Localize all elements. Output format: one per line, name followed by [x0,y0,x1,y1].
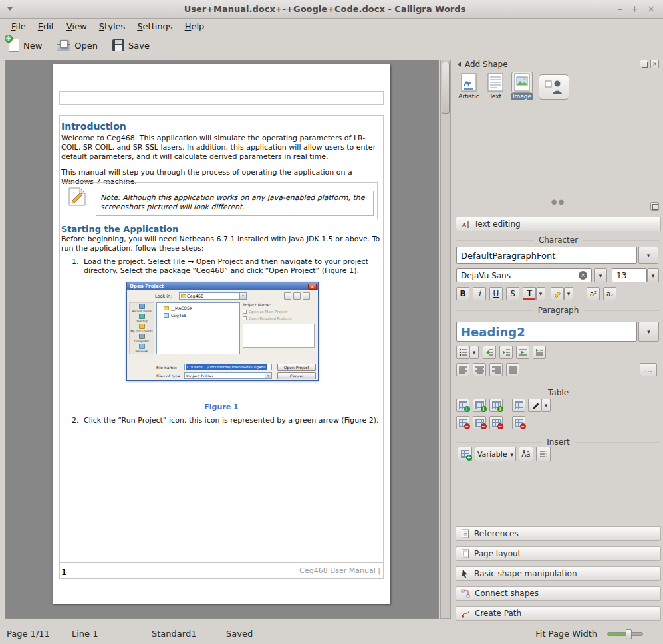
decrease-indent-button[interactable] [483,346,496,359]
merge-cells-button[interactable] [512,399,525,412]
superscript-button[interactable]: a² [587,287,600,300]
create-path-section-header[interactable]: Create Path [456,606,661,621]
menu-edit[interactable]: Edit [32,20,61,33]
float-docker-icon[interactable] [640,60,648,68]
highlight-button[interactable] [551,287,564,300]
insert-toc-button[interactable] [536,447,551,461]
font-size-dropdown-button[interactable] [647,268,659,282]
menu-styles[interactable]: Styles [93,20,131,33]
text-editing-section-header[interactable]: A Text editing [456,217,661,231]
page-layout-section-header[interactable]: Page layout [456,546,661,561]
menu-file[interactable]: File [5,20,32,33]
delete-column-button[interactable] [473,416,486,429]
save-state-indicator: Saved [226,629,253,639]
collapse-arrow-icon[interactable] [458,62,461,67]
align-justify-button[interactable] [506,363,519,376]
note-callout: Note: Although this application works on… [61,182,378,219]
zoom-mode-button[interactable]: Fit Page Width [535,629,597,639]
dialog-up-folder-icon [284,292,291,300]
character-style-combo[interactable]: DefaultParagraphFont [456,247,637,264]
underline-button[interactable]: U [489,287,503,300]
artistic-text-shape-button[interactable]: Artistic [456,72,481,104]
list-style-dropdown-button[interactable] [469,346,479,359]
docker-splitter-handle[interactable]: ●● [454,198,663,205]
step1-number: 1. [72,257,79,266]
insert-table-button[interactable] [458,447,472,461]
note-text: Note: Although this application works on… [96,191,374,216]
paragraph-style-dropdown-button[interactable] [638,322,659,342]
minimize-button[interactable]: – [618,3,622,15]
main-text-frame[interactable]: Introduction Welcome to Ceg468. This app… [59,115,384,562]
document-canvas[interactable]: Introduction Welcome to Ceg468. This app… [5,60,439,619]
zoom-slider[interactable] [607,632,643,636]
references-section-header[interactable]: References [456,526,661,541]
file-name-label: File name: [156,365,177,370]
main-toolbar: New Open Save [0,33,663,57]
cancel-button-image: Cancel [277,372,316,379]
bold-button[interactable]: B [456,287,469,300]
align-right-button[interactable] [489,363,503,376]
strikethrough-button[interactable]: S [506,287,519,300]
align-center-button[interactable] [473,363,486,376]
table-icon [492,401,501,409]
variable-button[interactable]: Variable [475,447,516,461]
align-justify-icon [509,366,517,374]
text-shape-button[interactable]: Text [483,72,508,104]
paragraph-spacing-button[interactable] [516,346,529,359]
vertical-scrollbar[interactable] [440,60,451,619]
image-shape-icon [511,72,533,93]
clear-font-icon[interactable] [579,271,587,280]
footer-frame[interactable]: Ceg468 User Manual | [59,562,384,579]
table-icon [459,419,467,427]
scrollbar-thumb[interactable] [442,62,450,114]
special-character-button[interactable]: Ââ [519,447,533,461]
paragraph-style-combo[interactable]: Heading2 [456,322,637,342]
drop-caps-button[interactable] [533,346,546,359]
save-button[interactable]: Save [109,38,153,53]
delete-row-button[interactable] [456,416,469,429]
open-button[interactable]: Open [53,39,101,53]
close-docker-icon[interactable] [650,60,659,68]
image-shape-button[interactable]: Image [509,72,535,104]
menu-help[interactable]: Help [179,20,211,33]
insert-column-left-button[interactable] [489,399,503,412]
maximize-button[interactable]: + [631,3,639,15]
text-color-dropdown-button[interactable] [536,287,545,300]
add-shape-header[interactable]: Add Shape [458,60,508,69]
font-family-dropdown-button[interactable] [594,268,607,282]
border-pen-dropdown-button[interactable] [541,399,551,412]
delete-table-button[interactable] [489,416,503,429]
insert-row-below-button[interactable] [473,399,486,412]
dialog-title: Open Project [128,284,308,289]
font-family-combo[interactable]: DejaVu Sans [456,268,592,282]
list-style-button[interactable] [456,346,469,359]
align-left-button[interactable] [456,363,469,376]
new-button[interactable]: New [5,37,45,53]
starting-paragraph: Before beginning, you will need Netbeans… [61,235,384,253]
font-size-combo[interactable]: 13 [612,268,647,282]
zoom-slider-handle[interactable] [626,629,632,639]
toc-icon [539,450,548,458]
increase-indent-button[interactable] [499,346,513,359]
connect-shapes-section-header[interactable]: Connect shapes [456,586,661,601]
menu-view[interactable]: View [61,20,93,33]
references-icon [461,529,469,538]
more-paragraph-options-button[interactable]: ... [640,363,657,376]
italic-button[interactable]: i [473,287,486,300]
border-pen-button[interactable] [528,399,541,412]
split-cells-button[interactable] [512,416,525,429]
header-frame[interactable] [59,91,384,105]
close-button[interactable]: × [647,3,655,15]
document-page[interactable]: Introduction Welcome to Ceg468. This app… [53,64,390,604]
insert-row-above-button[interactable] [456,399,469,412]
menu-settings[interactable]: Settings [131,20,178,33]
more-shapes-button[interactable] [539,74,569,100]
character-style-dropdown-button[interactable] [638,247,658,264]
highlight-dropdown-button[interactable] [564,287,573,300]
subscript-button[interactable]: a₂ [603,287,616,300]
text-color-button[interactable]: T [523,287,536,300]
shape-manipulation-section-header[interactable]: Basic shape manipulation [456,566,661,581]
place-desktop: Desktop [130,313,154,323]
undock-icon[interactable] [650,202,659,211]
window-menu-icon[interactable] [7,7,13,11]
